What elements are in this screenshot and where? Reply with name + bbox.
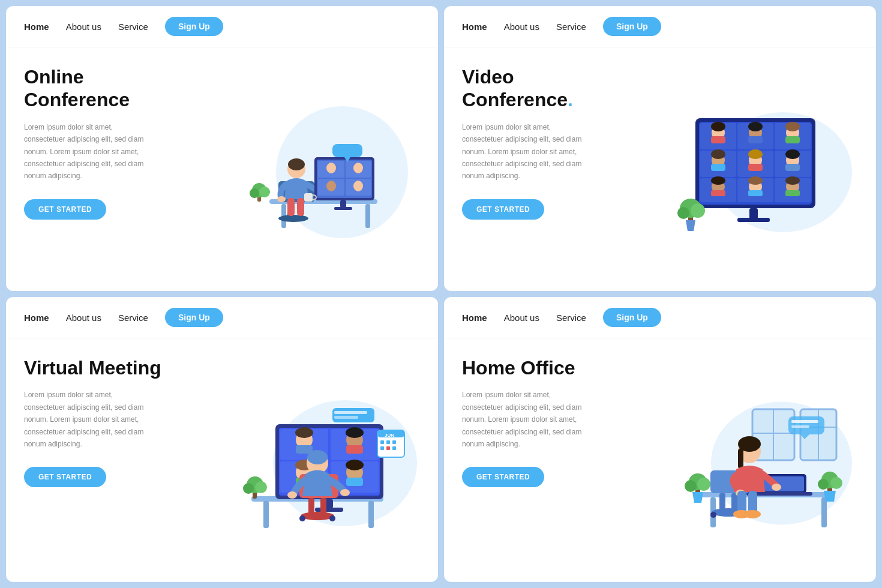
svg-point-151 [772, 484, 781, 491]
card-home-office: Home About us Service Sign Up Home Offic… [444, 297, 876, 582]
svg-text:JUN: JUN [385, 433, 394, 438]
svg-point-53 [711, 149, 725, 159]
home-office-svg [653, 385, 845, 541]
nav-service-1[interactable]: Service [118, 22, 148, 32]
virtual-meeting-svg: JUN [215, 385, 407, 541]
nav-service-2[interactable]: Service [556, 22, 586, 32]
text-section-2: VideoConference. Lorem ipsum dolor sit a… [462, 65, 640, 279]
illustration-video-conference [640, 65, 858, 279]
svg-rect-78 [368, 501, 374, 528]
svg-point-103 [299, 515, 305, 521]
svg-point-20 [353, 163, 363, 173]
svg-point-159 [697, 478, 710, 491]
illustration-online-conference [202, 65, 420, 279]
nav-about-4[interactable]: About us [504, 313, 539, 323]
svg-point-163 [830, 477, 842, 489]
svg-rect-23 [340, 200, 346, 208]
svg-point-74 [677, 207, 689, 219]
svg-point-56 [748, 149, 763, 159]
signup-button-1[interactable]: Sign Up [165, 17, 223, 36]
get-started-button-1[interactable]: GET STARTED [24, 199, 106, 220]
nav-home-1[interactable]: Home [24, 22, 49, 32]
svg-point-104 [329, 515, 335, 521]
card-video-conference: Home About us Service Sign Up VideoConfe… [444, 6, 876, 291]
card-online-conference: Home About us Service Sign Up OnlineConf… [6, 6, 438, 291]
svg-point-75 [691, 203, 705, 218]
card-desc-3: Lorem ipsum dolor sit amet, consectetuer… [24, 389, 156, 450]
svg-rect-11 [287, 198, 295, 216]
card-desc-4: Lorem ipsum dolor sit amet, consectetuer… [462, 389, 594, 450]
svg-point-124 [255, 481, 267, 493]
nav-home-4[interactable]: Home [462, 313, 487, 323]
svg-rect-109 [332, 408, 374, 422]
svg-rect-51 [785, 136, 800, 143]
svg-point-29 [250, 188, 259, 198]
card-content-4: Home Office Lorem ipsum dolor sit amet, … [444, 338, 876, 582]
signup-button-2[interactable]: Sign Up [603, 17, 661, 36]
svg-point-65 [748, 176, 763, 185]
svg-point-59 [785, 149, 800, 159]
svg-rect-2 [365, 204, 370, 228]
svg-point-8 [288, 158, 305, 170]
text-section-3: Virtual Meeting Lorem ipsum dolor sit am… [24, 356, 202, 570]
video-conference-svg [659, 100, 839, 244]
text-section-1: OnlineConference Lorem ipsum dolor sit a… [24, 65, 202, 279]
card-title-3: Virtual Meeting [24, 356, 202, 379]
svg-rect-115 [380, 440, 384, 444]
card-desc-2: Lorem ipsum dolor sit amet, consectetuer… [462, 121, 594, 182]
nav-service-3[interactable]: Service [118, 313, 148, 323]
signup-button-4[interactable]: Sign Up [603, 308, 661, 327]
svg-rect-45 [711, 136, 725, 143]
svg-rect-132 [791, 420, 818, 423]
navbar-1: Home About us Service Sign Up [6, 6, 438, 47]
nav-about-1[interactable]: About us [66, 22, 101, 32]
svg-point-95 [346, 460, 364, 470]
svg-point-47 [748, 122, 763, 131]
navbar-2: Home About us Service Sign Up [444, 6, 876, 47]
svg-point-21 [326, 181, 336, 191]
svg-rect-96 [346, 478, 363, 486]
illustration-virtual-meeting: JUN [202, 356, 420, 570]
navbar-4: Home About us Service Sign Up [444, 297, 876, 338]
card-content-2: VideoConference. Lorem ipsum dolor sit a… [444, 47, 876, 291]
svg-point-123 [243, 483, 254, 494]
svg-rect-70 [749, 208, 758, 219]
svg-point-44 [711, 122, 725, 131]
svg-rect-12 [297, 198, 304, 216]
get-started-button-3[interactable]: GET STARTED [24, 467, 106, 487]
nav-home-2[interactable]: Home [462, 22, 487, 32]
svg-rect-111 [334, 416, 358, 419]
svg-rect-71 [737, 218, 770, 222]
svg-point-162 [818, 479, 829, 490]
get-started-button-2[interactable]: GET STARTED [462, 199, 544, 220]
svg-point-102 [301, 512, 334, 520]
card-title-2: VideoConference. [462, 65, 640, 112]
svg-point-106 [307, 450, 328, 464]
svg-point-108 [340, 489, 350, 496]
svg-point-86 [295, 427, 313, 438]
nav-home-3[interactable]: Home [24, 313, 49, 323]
nav-service-4[interactable]: Service [556, 313, 586, 323]
nav-about-3[interactable]: About us [66, 313, 101, 323]
signup-button-3[interactable]: Sign Up [165, 308, 223, 327]
svg-rect-25 [332, 144, 362, 157]
svg-rect-57 [748, 164, 763, 171]
svg-rect-60 [785, 164, 800, 171]
svg-point-9 [277, 196, 286, 202]
nav-about-2[interactable]: About us [504, 22, 539, 32]
svg-point-50 [785, 122, 800, 131]
svg-rect-117 [392, 440, 396, 444]
card-content-1: OnlineConference Lorem ipsum dolor sit a… [6, 47, 438, 291]
svg-rect-54 [711, 164, 725, 171]
svg-rect-133 [791, 425, 809, 428]
svg-rect-77 [263, 501, 269, 528]
illustration-home-office [640, 356, 858, 570]
svg-rect-120 [392, 446, 396, 450]
get-started-button-4[interactable]: GET STARTED [462, 467, 544, 487]
online-conference-svg [221, 97, 401, 247]
svg-rect-119 [386, 446, 390, 450]
card-content-3: Virtual Meeting Lorem ipsum dolor sit am… [6, 338, 438, 582]
svg-rect-90 [346, 445, 363, 454]
svg-rect-48 [748, 136, 763, 143]
svg-point-6 [278, 215, 308, 222]
